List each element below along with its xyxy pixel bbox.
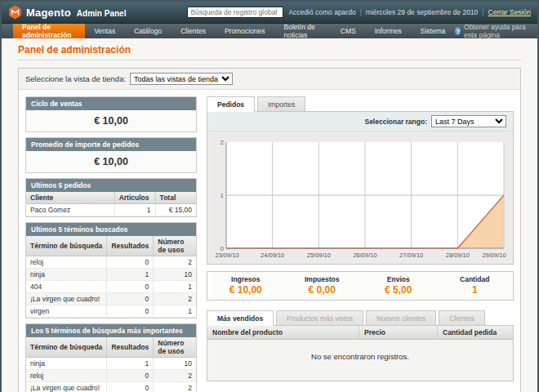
cell-uses: 2 — [154, 293, 196, 305]
tab-new-customers[interactable]: Nuevos clientes — [366, 310, 436, 326]
svg-text:1: 1 — [220, 192, 225, 199]
brand-suffix: Admin Panel — [77, 9, 127, 18]
magento-admin-window: Magento Admin Panel Accedió como apardo … — [0, 0, 539, 392]
lifetime-sales-box: Ciclo de ventas € 10,00 — [25, 96, 197, 132]
lifetime-sales-title: Ciclo de ventas — [26, 97, 196, 110]
table-row[interactable]: ninja 1 10 — [26, 269, 196, 281]
dashboard-main: Pedidos Importes Seleccionar rango: Last… — [207, 96, 514, 392]
last-search-terms-box: Ultimos 5 términos buscados Término de b… — [25, 222, 197, 318]
help-icon: ? — [455, 27, 461, 35]
range-label: Seleccionar rango: — [364, 118, 427, 126]
stat-label: Cantidad — [437, 275, 514, 283]
stat-value: € 10,00 — [207, 284, 284, 296]
table-row[interactable]: reloj 0 2 — [26, 370, 196, 382]
totals-bar: Ingresos € 10,00 Impuestos € 0,00 Envios… — [207, 271, 514, 301]
table-row[interactable]: 404 0 1 — [26, 281, 196, 293]
bestsellers-header: Nombre del producto Precio Cantidad pedi… — [207, 326, 513, 340]
stat-revenue: Ingresos € 10,00 — [207, 275, 284, 296]
table-row[interactable]: ninja 1 10 — [26, 358, 196, 370]
cell-uses: 2 — [154, 382, 196, 392]
title-divider — [18, 60, 521, 60]
nav-item-sales[interactable]: Ventas — [85, 24, 125, 38]
tab-most-viewed[interactable]: Productos más vistos — [276, 310, 363, 326]
column-header: Articulos — [114, 192, 155, 204]
table-row[interactable]: virgen 0 1 — [26, 305, 196, 318]
nav-item-customers[interactable]: Clientes — [172, 24, 216, 38]
svg-text:27/09/10: 27/09/10 — [399, 252, 423, 259]
stat-shipping: Envios € 5,00 — [360, 275, 437, 296]
stat-label: Impuestos — [284, 275, 361, 283]
svg-text:25/09/10: 25/09/10 — [307, 252, 331, 259]
content: Panel de administración Seleccione la vi… — [2, 38, 537, 392]
dashboard-container: Seleccione la vista de tienda: Todas las… — [18, 68, 521, 392]
cell-items: 1 — [114, 204, 155, 216]
store-view-select[interactable]: Todas las vistas de tienda — [130, 73, 233, 85]
lifetime-sales-value: € 10,00 — [26, 110, 196, 131]
cell-term: reloj — [26, 370, 107, 382]
table-row[interactable]: ¡La virgen que cuadro! 0 2 — [26, 382, 196, 392]
column-header: Término de búsqueda — [26, 337, 107, 358]
nav-item-catalog[interactable]: Catálogo — [125, 24, 172, 38]
chart-toolbar: Seleccionar rango: Last 7 Days — [207, 112, 513, 131]
tab-customers[interactable]: Clientes — [439, 310, 485, 326]
top-search-title: Los 5 términos de búsqueda más important… — [26, 324, 196, 337]
average-orders-box: Promedio de importe de pedidos € 10,00 — [25, 137, 197, 173]
page-title: Panel de administración — [18, 44, 521, 56]
stat-quantity: Cantidad 1 — [437, 275, 514, 296]
cell-term: 404 — [26, 281, 107, 293]
bestsellers-table: Nombre del producto Precio Cantidad pedi… — [207, 325, 514, 381]
cell-results: 1 — [107, 269, 154, 281]
stat-value: € 0,00 — [284, 284, 361, 296]
nav-item-cms[interactable]: CMS — [332, 24, 366, 38]
svg-text:28/09/10: 28/09/10 — [446, 252, 470, 259]
cell-uses: 1 — [154, 281, 196, 293]
global-search-input[interactable] — [187, 7, 283, 18]
nav-item-newsletter[interactable]: Boletín de noticias — [275, 24, 332, 38]
tab-bestsellers[interactable]: Más vendidos — [207, 310, 274, 326]
cell-term: ¡La virgen que cuadro! — [26, 382, 107, 392]
separator: | — [482, 8, 483, 16]
nav-item-dashboard[interactable]: Panel de administración — [13, 24, 85, 38]
nav-item-system[interactable]: Sistema — [412, 24, 456, 38]
cell-uses: 10 — [154, 358, 196, 370]
average-orders-title: Promedio de importe de pedidos — [26, 138, 196, 151]
cell-results: 0 — [107, 382, 154, 392]
chart-card: Seleccionar rango: Last 7 Days 01223/09/… — [207, 111, 514, 265]
nav-item-promotions[interactable]: Promociones — [216, 24, 275, 38]
cell-uses: 1 — [154, 305, 196, 318]
cell-term: ¡La virgen que cuadro! — [26, 293, 107, 305]
tab-amounts[interactable]: Importes — [257, 96, 305, 112]
cell-results: 0 — [107, 305, 154, 318]
magento-logo-icon — [8, 5, 22, 20]
cell-results: 1 — [107, 358, 154, 370]
separator: | — [360, 8, 362, 16]
brand-name: Magento — [26, 7, 71, 19]
stat-tax: Impuestos € 0,00 — [284, 275, 361, 296]
table-row[interactable]: Paco Gomez 1 € 15,00 — [26, 204, 196, 216]
chart-tabs: Pedidos Importes — [207, 96, 514, 111]
current-date: miércoles 29 de septiembre de 2010 — [366, 8, 479, 16]
cell-results: 0 — [107, 370, 154, 382]
table-row[interactable]: ¡La virgen que cuadro! 0 2 — [26, 293, 196, 305]
cell-results: 0 — [107, 281, 154, 293]
cell-term: virgen — [26, 305, 107, 318]
last-orders-box: Ultimos 5 pedidos Cliente Articulos Tota… — [25, 178, 197, 217]
main-nav: Panel de administración Ventas Catálogo … — [2, 23, 537, 38]
tab-orders[interactable]: Pedidos — [207, 96, 255, 112]
range-select[interactable]: Last 7 Days — [431, 115, 506, 127]
stat-label: Envios — [360, 275, 437, 283]
last-search-table: Término de búsqueda Resultados Número de… — [26, 236, 196, 318]
brand[interactable]: Magento Admin Panel — [8, 5, 126, 20]
table-row[interactable]: reloj 0 2 — [26, 256, 196, 269]
column-header: Número de usos — [154, 337, 196, 358]
logout-link[interactable]: Cerrar Sesión — [488, 8, 531, 16]
cell-uses: 10 — [154, 269, 196, 281]
help-label: Obtener ayuda para esta página — [464, 23, 529, 39]
chart-area: 01223/09/1024/09/1025/09/1026/09/1027/09… — [207, 131, 513, 264]
nav-item-reports[interactable]: Informes — [366, 24, 412, 38]
top-search-terms-box: Los 5 términos de búsqueda más important… — [25, 323, 197, 392]
cell-results: 0 — [107, 293, 154, 305]
svg-text:24/09/10: 24/09/10 — [261, 252, 284, 259]
column-header: Resultados — [107, 337, 154, 358]
help-link[interactable]: ? Obtener ayuda para esta página — [455, 24, 537, 38]
